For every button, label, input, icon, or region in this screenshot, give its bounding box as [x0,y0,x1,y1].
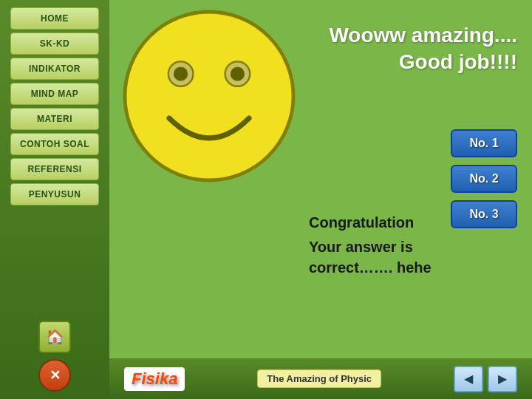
no2-btn[interactable]: No. 2 [451,165,517,193]
answer-text: Your answer is correct……. hehe [309,236,432,278]
svg-point-4 [231,66,245,81]
next-arrow-btn[interactable]: ▶ [488,366,517,392]
smiley-face-svg [120,7,298,185]
main-content: Wooww amazing.... Good job!!!! No. 1 No.… [109,0,532,399]
home-icon-btn[interactable]: 🏠 [38,321,71,353]
home-btn[interactable]: HOME [10,7,99,30]
smiley-container [120,7,298,185]
answer-line2: correct……. hehe [309,257,432,278]
no1-btn[interactable]: No. 1 [451,129,517,157]
contohsoal-btn[interactable]: CONTOH SOAL [10,133,99,155]
wooww-line1: Wooww amazing.... [329,22,517,49]
answer-line1: Your answer is [309,236,432,257]
number-buttons-group: No. 1 No. 2 No. 3 [451,129,517,228]
home-icon: 🏠 [46,328,64,346]
congratulation-text: Congratulation [309,214,414,231]
sidebar: HOME SK-KD INDIKATOR MIND MAP MATERI CON… [0,0,109,399]
skkd-btn[interactable]: SK-KD [10,33,99,55]
prev-arrow-btn[interactable]: ◀ [454,366,483,392]
svg-point-0 [125,12,293,180]
wooww-line2: Good job!!!! [329,49,517,75]
referensi-btn[interactable]: REFERENSI [10,158,99,180]
close-icon: ✕ [50,367,61,383]
bottom-bar: Fisika The Amazing of Physic ◀ ▶ [109,358,532,399]
sidebar-bottom-icons: 🏠 ✕ [0,321,109,392]
mindmap-btn[interactable]: MIND MAP [10,83,99,105]
amazing-badge: The Amazing of Physic [257,369,381,388]
close-icon-btn[interactable]: ✕ [38,359,71,392]
materi-btn[interactable]: MATERI [10,108,99,130]
indikator-btn[interactable]: INDIKATOR [10,58,99,80]
nav-arrows: ◀ ▶ [454,366,517,392]
penyusun-btn[interactable]: PENYUSUN [10,183,99,205]
fisika-logo: Fisika [124,367,185,391]
no3-btn[interactable]: No. 3 [451,200,517,228]
wooww-text: Wooww amazing.... Good job!!!! [329,22,517,76]
svg-point-2 [174,66,188,81]
app-container: HOME SK-KD INDIKATOR MIND MAP MATERI CON… [0,0,532,399]
